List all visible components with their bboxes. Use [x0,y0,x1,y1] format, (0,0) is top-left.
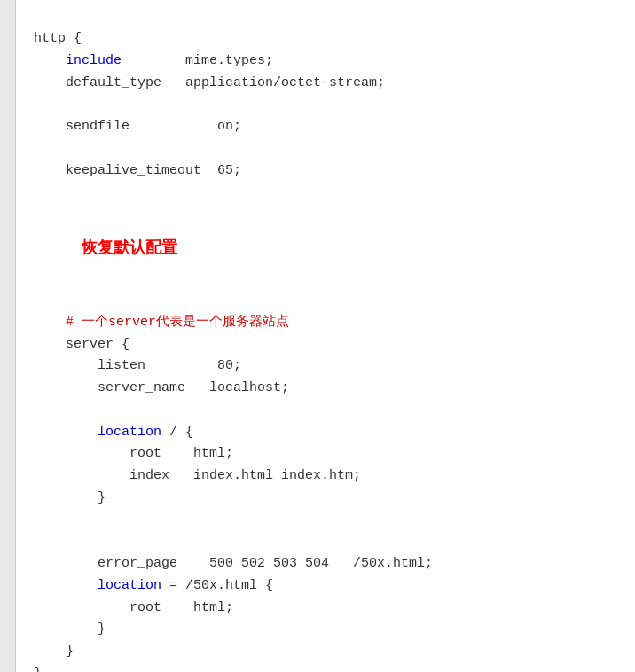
blank-line [34,94,617,116]
code-line: } [34,663,617,672]
code-line: location = /50x.html { [34,575,617,598]
code-line: server_name localhost; [34,378,617,400]
blank-line [34,531,617,553]
highlight-text: 恢复默认配置 [82,235,177,262]
code-line: error_page 500 502 503 504 /50x.html; [34,553,617,575]
code-area: http { include mime.types; default_type … [16,14,635,672]
left-bar [0,0,16,672]
code-line: root html; [34,598,617,620]
code-line: default_type application/octet-stream; [34,73,617,95]
code-line: } [34,641,617,663]
code-line: http { [34,28,617,51]
code-line: server { [34,334,617,356]
code-line: include mime.types; [34,51,617,73]
code-line: } [34,488,617,510]
code-line: index index.html index.htm; [34,465,617,488]
blank-line [34,290,617,312]
highlight-line: 恢复默认配置 [34,204,617,290]
blank-line [34,182,617,204]
code-line: root html; [34,443,617,465]
code-line: keepalive_timeout 65; [34,160,617,183]
blank-line [34,400,617,422]
blank-line [34,510,617,532]
page-container: http { include mime.types; default_type … [0,0,635,672]
code-line: } [34,619,617,641]
blank-line [34,138,617,160]
code-line: # 一个server代表是一个服务器站点 [34,312,617,334]
code-line: location / { [34,422,617,444]
code-line: sendfile on; [34,116,617,138]
code-line: listen 80; [34,356,617,378]
